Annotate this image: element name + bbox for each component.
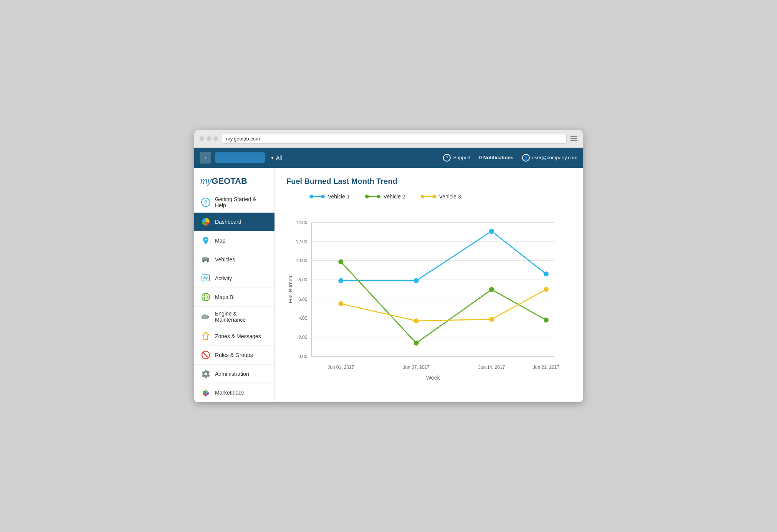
- svg-text:Fuel Burned: Fuel Burned: [288, 276, 293, 303]
- browser-dots: [200, 136, 218, 141]
- user-icon: 👤: [522, 154, 530, 162]
- svg-point-6: [207, 260, 209, 262]
- svg-text:Week: Week: [426, 374, 440, 380]
- browser-window: my.geotab.com ‹ Groups Filter ▼ All ? Su…: [194, 130, 583, 402]
- v2-point-3: [489, 287, 494, 292]
- sidebar-item-engine[interactable]: Engine & Maintenance: [194, 307, 274, 327]
- svg-text:6.00: 6.00: [298, 296, 307, 302]
- chart-container: 0.00 2.00 4.00 6.00 8.00 10.00 12.00 14.…: [286, 206, 571, 390]
- dot-green: [213, 136, 218, 141]
- v1-point-1: [338, 278, 343, 283]
- sidebar-item-label: Activity: [215, 275, 232, 281]
- notifications-label: 0 Notifications: [479, 155, 514, 160]
- legend-line-v2: [365, 196, 380, 197]
- svg-text:?: ?: [204, 199, 208, 205]
- svg-point-5: [203, 260, 205, 262]
- sidebar-item-rules[interactable]: Rules & Groups: [194, 346, 274, 365]
- v3-point-4: [544, 287, 549, 292]
- v2-point-4: [544, 317, 549, 322]
- rules-icon: [200, 350, 211, 360]
- administration-icon: [200, 368, 211, 379]
- sidebar-item-getting-started[interactable]: ? Getting Started & Help: [194, 192, 274, 213]
- sidebar-item-label: Marketplace: [215, 390, 244, 396]
- getting-started-icon: ?: [200, 197, 211, 208]
- svg-text:Jun 21, 2017: Jun 21, 2017: [533, 365, 560, 370]
- maps-bi-icon: [200, 292, 211, 302]
- svg-text:10.00: 10.00: [296, 258, 307, 263]
- v1-point-4: [544, 271, 549, 276]
- groups-filter-input[interactable]: Groups Filter: [215, 152, 265, 163]
- sidebar-item-label: Rules & Groups: [215, 352, 253, 358]
- legend-label-v2: Vehicle 2: [384, 193, 405, 200]
- svg-text:12.00: 12.00: [296, 239, 307, 245]
- vehicles-icon: [200, 254, 211, 265]
- sidebar: myGEOTAB ? Getting Started & Help: [194, 168, 275, 402]
- logo: myGEOTAB: [194, 172, 274, 192]
- sidebar-item-label: Engine & Maintenance: [215, 311, 268, 323]
- legend-label-v1: Vehicle 1: [328, 193, 350, 200]
- sidebar-item-label: Map: [215, 238, 225, 244]
- engine-icon: [200, 311, 211, 322]
- sidebar-item-dashboard[interactable]: Dashboard: [194, 213, 274, 231]
- v2-point-2: [414, 340, 419, 345]
- notifications-nav[interactable]: 0 Notifications: [479, 155, 514, 160]
- svg-rect-12: [208, 316, 209, 318]
- top-nav: ‹ Groups Filter ▼ All ? Support 0 Notifi…: [194, 148, 583, 168]
- sidebar-item-vehicles[interactable]: Vehicles: [194, 250, 274, 269]
- v3-point-3: [489, 317, 494, 322]
- svg-rect-14: [202, 316, 203, 318]
- map-icon: [200, 235, 211, 246]
- chart-title: Fuel Burned Last Month Trend: [286, 177, 571, 186]
- chart-legend: Vehicle 1 Vehicle 2 Vehicle 3: [309, 193, 571, 200]
- svg-text:0.00: 0.00: [298, 354, 307, 359]
- filter-arrow-icon: ▼: [270, 155, 274, 160]
- hamburger-menu[interactable]: [570, 136, 577, 141]
- v3-point-1: [338, 301, 343, 306]
- dot-red: [200, 136, 204, 141]
- user-nav[interactable]: 👤 user@company.com: [522, 154, 577, 162]
- legend-vehicle2: Vehicle 2: [365, 193, 405, 200]
- svg-text:Jun 14, 2017: Jun 14, 2017: [478, 365, 505, 370]
- sidebar-item-zones[interactable]: Zones & Messages: [194, 327, 274, 346]
- sidebar-item-marketplace[interactable]: Marketplace: [194, 383, 274, 402]
- url-bar[interactable]: my.geotab.com: [222, 134, 567, 144]
- support-label: Support: [453, 155, 471, 160]
- svg-text:2.00: 2.00: [298, 334, 307, 340]
- support-icon: ?: [443, 154, 451, 162]
- logo-text: myGEOTAB: [200, 176, 247, 186]
- svg-text:Jun 01, 2017: Jun 01, 2017: [327, 365, 354, 370]
- svg-point-15: [203, 316, 205, 318]
- sidebar-item-label: Getting Started & Help: [215, 196, 268, 208]
- svg-rect-13: [204, 314, 205, 315]
- v1-point-2: [414, 278, 419, 283]
- app-layout: myGEOTAB ? Getting Started & Help: [194, 168, 583, 402]
- zones-icon: [200, 331, 211, 342]
- legend-line-v3: [421, 196, 436, 197]
- browser-chrome: my.geotab.com: [194, 130, 583, 148]
- svg-line-18: [203, 352, 208, 358]
- support-nav[interactable]: ? Support: [443, 154, 471, 162]
- svg-text:14.00: 14.00: [296, 220, 307, 225]
- legend-line-v1: [309, 196, 325, 197]
- svg-point-16: [205, 332, 207, 333]
- svg-text:8.00: 8.00: [298, 277, 307, 283]
- sidebar-item-label: Maps BI: [215, 294, 235, 300]
- chart-svg: 0.00 2.00 4.00 6.00 8.00 10.00 12.00 14.…: [286, 206, 571, 390]
- svg-text:4.00: 4.00: [298, 315, 307, 321]
- sidebar-item-label: Zones & Messages: [215, 333, 261, 339]
- v1-point-3: [489, 228, 494, 233]
- main-content: Fuel Burned Last Month Trend Vehicle 1 V…: [275, 168, 583, 402]
- marketplace-icon: [200, 387, 211, 398]
- filter-all[interactable]: ▼ All: [270, 155, 282, 161]
- back-button[interactable]: ‹: [200, 152, 211, 164]
- nav-right: ? Support 0 Notifications 👤 user@company…: [443, 154, 577, 162]
- activity-icon: [200, 273, 211, 284]
- dot-yellow: [207, 136, 211, 141]
- sidebar-item-label: Dashboard: [215, 219, 241, 225]
- sidebar-item-map[interactable]: Map: [194, 231, 274, 250]
- v2-point-1: [338, 259, 343, 264]
- sidebar-item-maps-bi[interactable]: Maps BI: [194, 288, 274, 307]
- sidebar-item-administration[interactable]: Administration: [194, 365, 274, 383]
- sidebar-item-activity[interactable]: Activity: [194, 269, 274, 288]
- dashboard-icon: [200, 216, 211, 227]
